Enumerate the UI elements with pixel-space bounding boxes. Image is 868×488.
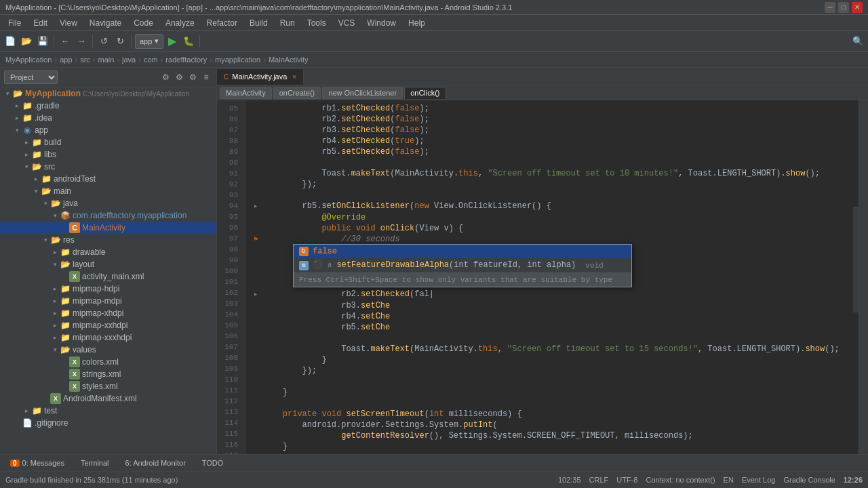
- fold-marker[interactable]: ▸: [254, 203, 258, 210]
- menu-item-file[interactable]: File: [3, 17, 26, 29]
- tree-item-androidtest[interactable]: ▸📁androidTest: [0, 173, 216, 185]
- sync-icon[interactable]: ⚙: [159, 71, 172, 83]
- tree-item-java[interactable]: ▾📂java: [0, 197, 216, 209]
- fold-marker[interactable]: ▸: [254, 291, 258, 298]
- toolbar-save-btn[interactable]: 💾: [35, 34, 50, 49]
- tree-item-mipmap-hdpi[interactable]: ▸📁mipmap-hdpi: [0, 283, 216, 295]
- line-number: 115: [217, 428, 241, 439]
- nav-item-radefftactory[interactable]: radefftactory: [165, 56, 207, 64]
- encoding[interactable]: UTF-8: [616, 476, 637, 484]
- gradle-console[interactable]: Gradle Console: [783, 476, 835, 484]
- bottom-tab-0--messages[interactable]: 00: Messages: [3, 456, 72, 470]
- context-status[interactable]: Context: no context(): [646, 476, 715, 484]
- run-button[interactable]: ▶: [165, 34, 180, 49]
- locale[interactable]: EN: [724, 476, 734, 484]
- tree-item-test[interactable]: ▸📁test: [0, 405, 216, 417]
- bottom-tab-terminal[interactable]: Terminal: [73, 456, 117, 470]
- nav-item-java[interactable]: java: [122, 56, 136, 64]
- menu-item-edit[interactable]: Edit: [28, 17, 53, 29]
- status-right: 102:35 CRLF UTF-8 Context: no context() …: [558, 476, 863, 484]
- nav-item-main[interactable]: main: [98, 56, 115, 64]
- event-log[interactable]: Event Log: [742, 476, 776, 484]
- tree-item-mipmap-mdpi[interactable]: ▸📁mipmap-mdpi: [0, 295, 216, 307]
- tree-item-mipmap-xxxhdpi[interactable]: ▸📁mipmap-xxxhdpi: [0, 331, 216, 344]
- toolbar-redo-btn[interactable]: ↻: [113, 34, 127, 49]
- view-selector[interactable]: Project Android Packages: [4, 70, 58, 84]
- nav-item-src[interactable]: src: [80, 56, 90, 64]
- nav-item-myapplication[interactable]: MyApplication: [5, 56, 52, 64]
- autocomplete-item-false[interactable]: bfalse: [294, 245, 631, 258]
- menu-item-window[interactable]: Window: [361, 17, 401, 29]
- code-content[interactable]: rb1.setChecked(false); rb2.setChecked(fa…: [245, 100, 853, 454]
- tree-item-strings-xml[interactable]: Xstrings.xml: [0, 368, 216, 380]
- tree-item-values[interactable]: ▾📂values: [0, 344, 216, 356]
- settings-icon[interactable]: ⚙: [186, 71, 199, 83]
- tree-item--idea[interactable]: ▸📁.idea: [0, 112, 216, 124]
- toolbar-forward-btn[interactable]: →: [74, 34, 89, 49]
- tree-item-layout[interactable]: ▾📂layout: [0, 258, 216, 270]
- collapse-icon[interactable]: ≡: [200, 71, 212, 83]
- cursor-position[interactable]: 102:35: [558, 476, 581, 484]
- tree-item-app[interactable]: ▾◉app: [0, 124, 216, 136]
- maximize-button[interactable]: □: [838, 2, 849, 13]
- menu-item-run[interactable]: Run: [275, 17, 300, 29]
- tab-close-button[interactable]: ×: [292, 73, 296, 81]
- code-line: ▸ rb5.setOnClickListener(new View.OnClic…: [251, 201, 853, 212]
- tree-item-myapplication[interactable]: ▾📂MyApplication C:\Users\yo\Desktop\MyAp…: [0, 87, 216, 100]
- tree-item-build[interactable]: ▸📁build: [0, 136, 216, 148]
- bottom-tab-6--android-monitor[interactable]: 6: Android Monitor: [118, 456, 193, 470]
- tree-item-libs[interactable]: ▸📁libs: [0, 148, 216, 161]
- minimize-button[interactable]: ─: [825, 2, 835, 13]
- menu-item-tools[interactable]: Tools: [302, 17, 332, 29]
- method-tab-3[interactable]: onClick(): [404, 87, 446, 99]
- minimap-thumb[interactable]: [853, 207, 859, 313]
- method-tab-0[interactable]: MainActivity: [220, 87, 272, 99]
- nav-item-mainactivity[interactable]: MainActivity: [269, 56, 309, 64]
- nav-item-app[interactable]: app: [60, 56, 72, 64]
- toolbar-undo-btn[interactable]: ↺: [96, 34, 111, 49]
- close-button[interactable]: ✕: [852, 2, 863, 13]
- tree-item-main[interactable]: ▾📂main: [0, 185, 216, 197]
- tree-item-mainactivity[interactable]: CMainActivity: [0, 222, 216, 234]
- menu-item-refactor[interactable]: Refactor: [201, 17, 243, 29]
- menu-item-view[interactable]: View: [54, 17, 83, 29]
- method-tab-1[interactable]: onCreate(): [273, 87, 321, 99]
- nav-item-myapplication[interactable]: myapplication: [215, 56, 260, 64]
- tree-item-styles-xml[interactable]: Xstyles.xml: [0, 380, 216, 392]
- search-button[interactable]: 🔍: [850, 34, 865, 49]
- menu-item-analyze[interactable]: Analyze: [160, 17, 200, 29]
- menu-item-code[interactable]: Code: [128, 17, 159, 29]
- tree-item-res[interactable]: ▾📂res: [0, 234, 216, 246]
- tree-item-colors-xml[interactable]: Xcolors.xml: [0, 356, 216, 368]
- app-run-config[interactable]: app ▾: [135, 34, 163, 49]
- scrollbar[interactable]: [859, 100, 868, 454]
- method-tab-2[interactable]: new OnClickListener: [322, 87, 403, 99]
- debug-button[interactable]: 🐛: [181, 34, 196, 49]
- tree-item--gradle[interactable]: ▸📁.gradle: [0, 100, 216, 112]
- tree-item-src[interactable]: ▾📂src: [0, 161, 216, 173]
- tree-item-androidmanifest-xml[interactable]: XAndroidManifest.xml: [0, 392, 216, 405]
- tree-label: main: [54, 186, 71, 196]
- toolbar-new-btn[interactable]: 📄: [3, 34, 18, 49]
- toolbar-back-btn[interactable]: ←: [58, 34, 73, 49]
- editor-tab-mainactivity[interactable]: C MainActivity.java ×: [217, 68, 304, 85]
- tree-item-activity-main-xml[interactable]: Xactivity_main.xml: [0, 270, 216, 283]
- nav-item-com[interactable]: com: [144, 56, 158, 64]
- toolbar-open-btn[interactable]: 📂: [19, 34, 34, 49]
- menu-item-vcs[interactable]: VCS: [333, 17, 361, 29]
- bottom-tab-todo[interactable]: TODO: [195, 456, 231, 470]
- menu-item-build[interactable]: Build: [244, 17, 273, 29]
- gear-icon[interactable]: ⚙: [173, 71, 185, 83]
- line-ending[interactable]: CRLF: [589, 476, 609, 484]
- tab-icon: C: [224, 73, 229, 81]
- tree-item-drawable[interactable]: ▸📁drawable: [0, 246, 216, 258]
- tree-item--gitignore[interactable]: 📄.gitignore: [0, 417, 216, 429]
- tree-item-mipmap-xhdpi[interactable]: ▸📁mipmap-xhdpi: [0, 307, 216, 319]
- breakpoint-marker[interactable]: ⚑: [254, 236, 258, 243]
- tree-item-mipmap-xxhdpi[interactable]: ▸📁mipmap-xxhdpi: [0, 319, 216, 331]
- autocomplete-item-setfeature[interactable]: m⚫ a setFeatureDrawableAlpha(int feature…: [294, 258, 631, 272]
- menu-item-navigate[interactable]: Navigate: [84, 17, 127, 29]
- tree-arrow: ▾: [50, 212, 60, 219]
- tree-item-com-radefftactory-myapplication[interactable]: ▾📦com.radefftactory.myapplication: [0, 209, 216, 222]
- menu-item-help[interactable]: Help: [403, 17, 431, 29]
